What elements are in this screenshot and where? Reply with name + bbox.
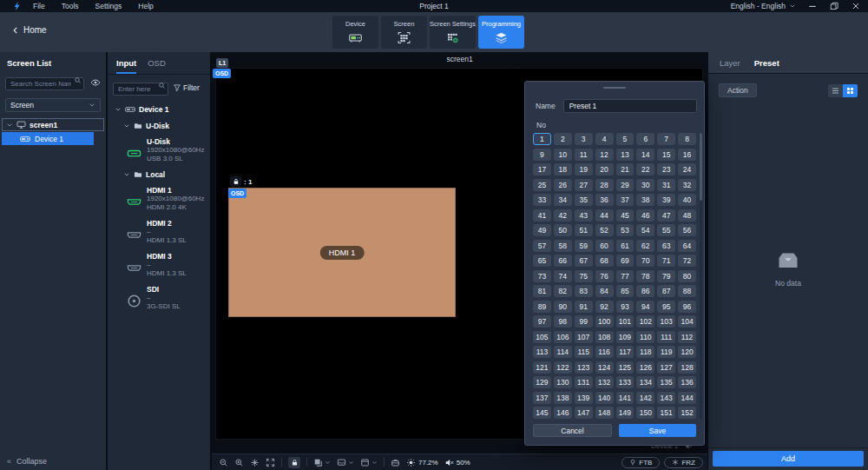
preset-number-103[interactable]: 103: [657, 315, 675, 328]
brightness-indicator[interactable]: 77.2%: [406, 458, 438, 467]
tab-device[interactable]: Device: [332, 16, 378, 49]
preset-number-14[interactable]: 14: [636, 149, 654, 161]
preset-number-114[interactable]: 114: [554, 346, 572, 358]
preset-number-80[interactable]: 80: [678, 270, 696, 282]
source-item-sdi[interactable]: SDI–3G-SDI SL: [108, 281, 210, 314]
preset-number-26[interactable]: 26: [554, 179, 572, 191]
preset-number-115[interactable]: 115: [575, 346, 593, 358]
preset-number-21[interactable]: 21: [616, 163, 635, 175]
preset-number-106[interactable]: 106: [554, 331, 572, 343]
window-tools-dropdown[interactable]: [360, 458, 378, 467]
tab-layer[interactable]: Layer: [720, 58, 740, 68]
preset-number-94[interactable]: 94: [636, 301, 654, 313]
preset-number-34[interactable]: 34: [554, 194, 572, 206]
add-button[interactable]: Add: [713, 451, 864, 467]
preset-number-134[interactable]: 134: [636, 376, 654, 388]
preset-number-72[interactable]: 72: [678, 255, 696, 267]
preset-number-130[interactable]: 130: [554, 376, 572, 388]
preset-number-54[interactable]: 54: [636, 224, 654, 236]
action-button[interactable]: Action: [719, 83, 757, 97]
preset-number-86[interactable]: 86: [636, 285, 654, 297]
preset-number-97[interactable]: 97: [533, 315, 551, 328]
layer-l1-tag[interactable]: L1: [216, 58, 228, 68]
preset-number-70[interactable]: 70: [636, 255, 654, 267]
preset-number-23[interactable]: 23: [657, 163, 675, 175]
tree-group-u-disk[interactable]: U-Disk: [108, 118, 210, 134]
preset-number-15[interactable]: 15: [657, 149, 675, 161]
dialog-scrollbar[interactable]: [700, 133, 702, 419]
language-selector[interactable]: English - English: [731, 2, 796, 10]
preset-number-91[interactable]: 91: [575, 301, 593, 313]
tree-group-local[interactable]: Local: [108, 167, 210, 182]
lock-layer-button[interactable]: [288, 457, 300, 468]
menu-tools[interactable]: Tools: [62, 2, 79, 10]
preset-number-126[interactable]: 126: [636, 361, 654, 374]
preset-number-152[interactable]: 152: [678, 407, 696, 419]
preset-number-98[interactable]: 98: [554, 315, 572, 328]
preset-number-8[interactable]: 8: [678, 133, 696, 145]
menu-settings[interactable]: Settings: [95, 2, 122, 10]
tab-input[interactable]: Input: [116, 58, 136, 74]
preset-number-85[interactable]: 85: [616, 285, 635, 297]
preset-number-6[interactable]: 6: [636, 133, 654, 145]
preset-number-5[interactable]: 5: [616, 133, 635, 145]
zoom-out-button[interactable]: [219, 458, 228, 467]
preset-number-110[interactable]: 110: [636, 331, 654, 343]
preset-number-124[interactable]: 124: [595, 361, 614, 374]
preset-number-149[interactable]: 149: [616, 407, 635, 419]
preset-number-67[interactable]: 67: [575, 255, 593, 267]
filter-button[interactable]: Filter: [173, 83, 200, 92]
preset-number-29[interactable]: 29: [616, 179, 635, 191]
preset-number-107[interactable]: 107: [575, 331, 593, 343]
screen-search-input[interactable]: [5, 77, 84, 90]
preset-number-53[interactable]: 53: [616, 224, 635, 236]
preset-number-59[interactable]: 59: [575, 240, 593, 252]
preset-number-48[interactable]: 48: [678, 209, 696, 222]
preset-number-13[interactable]: 13: [616, 149, 635, 161]
preset-number-132[interactable]: 132: [595, 376, 614, 388]
preset-number-120[interactable]: 120: [678, 346, 696, 358]
preset-number-113[interactable]: 113: [533, 346, 551, 358]
preset-number-112[interactable]: 112: [678, 331, 696, 343]
list-view-button[interactable]: [828, 84, 843, 97]
preset-number-31[interactable]: 31: [657, 179, 675, 191]
tab-preset[interactable]: Preset: [754, 58, 779, 68]
preset-number-56[interactable]: 56: [678, 224, 696, 236]
preset-number-51[interactable]: 51: [575, 224, 593, 236]
preset-number-44[interactable]: 44: [595, 209, 614, 222]
ftb-button[interactable]: FTB: [621, 457, 660, 468]
preset-number-136[interactable]: 136: [678, 376, 696, 388]
preset-number-17[interactable]: 17: [533, 163, 551, 175]
home-button[interactable]: Home: [11, 25, 47, 35]
preset-number-33[interactable]: 33: [533, 194, 551, 206]
zoom-in-button[interactable]: [234, 458, 244, 467]
preset-number-52[interactable]: 52: [595, 224, 614, 236]
preset-number-116[interactable]: 116: [595, 346, 614, 358]
preset-number-82[interactable]: 82: [554, 285, 572, 297]
preset-number-60[interactable]: 60: [595, 240, 614, 252]
preset-number-140[interactable]: 140: [595, 392, 614, 404]
preset-number-57[interactable]: 57: [533, 240, 551, 252]
preset-number-119[interactable]: 119: [657, 346, 675, 358]
preset-number-146[interactable]: 146: [554, 407, 572, 419]
preset-number-79[interactable]: 79: [657, 270, 675, 282]
preset-number-65[interactable]: 65: [533, 255, 551, 267]
preset-number-46[interactable]: 46: [636, 209, 654, 222]
fullscreen-button[interactable]: [266, 458, 275, 467]
preset-number-89[interactable]: 89: [533, 301, 551, 313]
preset-number-68[interactable]: 68: [595, 255, 614, 267]
grid-view-button[interactable]: [843, 84, 858, 97]
scrollbar-thumb[interactable]: [700, 133, 702, 201]
preset-number-45[interactable]: 45: [616, 209, 635, 222]
preset-number-128[interactable]: 128: [678, 361, 696, 374]
preset-number-141[interactable]: 141: [616, 392, 635, 404]
preset-number-123[interactable]: 123: [575, 361, 593, 374]
source-item-hdmi-3[interactable]: HDMI 3–HDMI 1.3 SL: [108, 248, 210, 281]
preset-number-81[interactable]: 81: [533, 285, 551, 297]
preset-number-101[interactable]: 101: [616, 315, 635, 328]
preset-number-90[interactable]: 90: [554, 301, 572, 313]
preset-number-143[interactable]: 143: [657, 392, 675, 404]
tab-osd[interactable]: OSD: [148, 58, 166, 74]
preset-number-11[interactable]: 11: [575, 149, 593, 161]
preset-number-148[interactable]: 148: [595, 407, 614, 419]
